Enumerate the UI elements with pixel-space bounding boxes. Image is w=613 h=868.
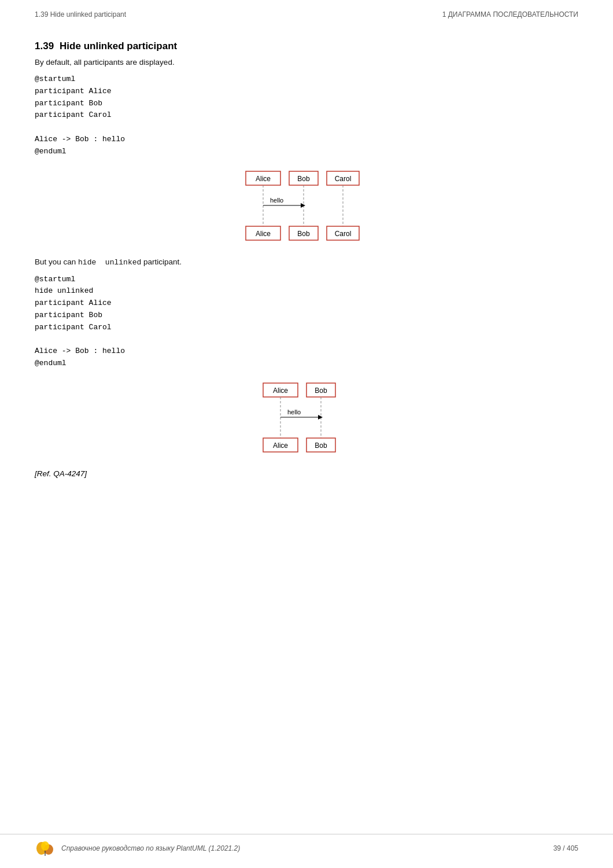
diagram1-svg: Alice Bob Carol hello Alice Bob Carol [240,168,373,244]
svg-text:Bob: Bob [315,442,327,450]
footer-logo-icon [35,840,56,856]
svg-marker-25 [318,415,323,420]
code-block-2: @startuml hide unlinked participant Alic… [35,274,578,370]
svg-text:hello: hello [287,409,301,415]
code-block-1: @startuml participant Alice participant … [35,73,578,158]
diagram1-container: Alice Bob Carol hello Alice Bob Carol [35,168,578,244]
paragraph1: By default, all participants are display… [35,58,578,67]
main-content: 1.39 Hide unlinked participant By defaul… [0,23,613,524]
svg-text:Alice: Alice [256,230,271,238]
section-heading: Hide unlinked participant [60,41,177,52]
svg-text:Alice: Alice [256,175,271,183]
footer-page: 39 / 405 [553,844,578,852]
svg-text:Bob: Bob [297,230,310,238]
page-footer: Справочное руководство по языку PlantUML… [0,834,613,856]
svg-text:Bob: Bob [315,387,327,395]
section-title: 1.39 Hide unlinked participant [35,41,578,52]
section-number: 1.39 [35,41,54,52]
svg-text:Bob: Bob [297,175,310,183]
header-right: 1 ДИАГРАММА ПОСЛЕДОВАТЕЛЬНОСТИ [442,10,578,19]
diagram2-container: Alice Bob hello Alice Bob [35,380,578,455]
svg-point-33 [41,841,49,851]
svg-text:Alice: Alice [273,387,288,395]
footer-text: Справочное руководство по языку PlantUML… [61,844,553,852]
svg-text:Carol: Carol [335,175,352,183]
diagram2-svg: Alice Bob hello Alice Bob [257,380,356,455]
header-left: 1.39 Hide unlinked participant [35,10,126,19]
svg-marker-10 [301,203,305,208]
hide-unlinked-code: hide unlinked [78,258,141,267]
reference: [Ref. QA-4247] [35,469,578,478]
svg-text:Carol: Carol [335,230,352,238]
page-header: 1.39 Hide unlinked participant 1 ДИАГРАМ… [0,0,613,23]
paragraph2: But you can hide unlinked participant. [35,258,578,267]
svg-text:Alice: Alice [273,442,288,450]
svg-text:hello: hello [270,197,283,204]
